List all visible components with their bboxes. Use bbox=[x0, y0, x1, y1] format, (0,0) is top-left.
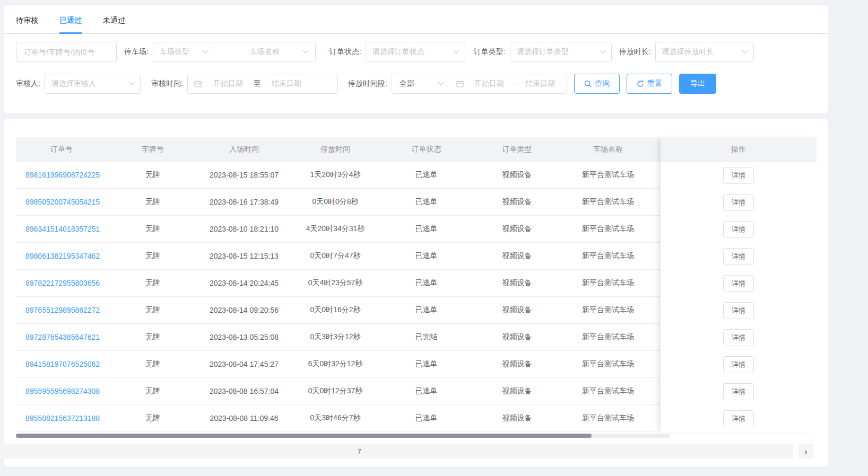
type-cell: 视频设备 bbox=[472, 251, 562, 261]
page-button[interactable]: 7 bbox=[0, 444, 793, 459]
table-row: 898161996908724225 无牌 2023-08-15 18:55:0… bbox=[16, 162, 670, 189]
tab-approved[interactable]: 已通过 bbox=[59, 16, 82, 33]
detail-button[interactable]: 详情 bbox=[723, 329, 754, 346]
order-number-link[interactable]: 898161996908724225 bbox=[16, 171, 107, 179]
order-number-link[interactable]: 897287654385647621 bbox=[16, 333, 107, 341]
order-number-link[interactable]: 894158197076525062 bbox=[16, 360, 107, 368]
entry-time-cell: 2023-08-14 20:24:45 bbox=[198, 279, 290, 287]
col-duration: 停放时间 bbox=[290, 145, 381, 154]
status-cell: 已逃单 bbox=[381, 170, 472, 180]
horizontal-scrollbar-thumb[interactable] bbox=[16, 434, 592, 438]
plate-cell: 无牌 bbox=[107, 278, 198, 288]
type-cell: 视频设备 bbox=[472, 386, 562, 396]
entry-time-cell: 2023-08-10 18:21:10 bbox=[198, 225, 290, 233]
order-number-link[interactable]: 895508215637213188 bbox=[16, 414, 107, 422]
order-number-link[interactable]: 897822172955803656 bbox=[16, 279, 107, 287]
tab-rejected[interactable]: 未通过 bbox=[103, 16, 125, 33]
lot-type-placeholder: 车场类型 bbox=[160, 47, 189, 57]
detail-button[interactable]: 详情 bbox=[723, 221, 754, 238]
duration-cell: 0天3时46分7秒 bbox=[290, 413, 381, 423]
detail-button[interactable]: 详情 bbox=[723, 383, 754, 400]
next-page-button[interactable]: › bbox=[798, 444, 813, 459]
filter-row-1: 停车场: 车场类型 车场名称 订单状态: 请选择订单状态 bbox=[16, 42, 816, 62]
tab-bar: 待审核 已通过 未通过 bbox=[4, 5, 828, 34]
actions-body: 详情 详情 详情 详情 详情 详情 详情 详情 详情 详情 bbox=[661, 162, 817, 432]
entry-time-cell: 2023-08-14 09:20:56 bbox=[198, 306, 290, 314]
reset-button[interactable]: 重置 bbox=[627, 74, 672, 94]
action-row: 详情 bbox=[661, 297, 817, 324]
lot-type-select[interactable]: 车场类型 bbox=[153, 42, 214, 61]
detail-button[interactable]: 详情 bbox=[723, 356, 754, 373]
col-status: 订单状态 bbox=[381, 145, 472, 154]
type-cell: 视频设备 bbox=[472, 278, 562, 288]
query-button[interactable]: 查询 bbox=[574, 74, 620, 94]
table-row: 897287654385647621 无牌 2023-08-13 05:25:0… bbox=[16, 324, 670, 351]
export-button[interactable]: 导出 bbox=[679, 74, 716, 94]
chevron-down-icon bbox=[302, 48, 308, 54]
detail-button[interactable]: 详情 bbox=[723, 410, 754, 427]
order-number-link[interactable]: 895595595698274308 bbox=[16, 387, 107, 395]
order-number-link[interactable]: 898061382195347462 bbox=[16, 252, 107, 260]
status-cell: 已逃单 bbox=[381, 413, 472, 423]
status-cell: 已逃单 bbox=[381, 197, 472, 207]
table-row: 898061382195347462 无牌 2023-08-15 12:15:1… bbox=[16, 243, 670, 270]
action-row: 详情 bbox=[661, 378, 817, 405]
detail-button[interactable]: 详情 bbox=[723, 248, 754, 265]
order-number-link[interactable]: 897655129895862272 bbox=[16, 306, 107, 314]
action-row: 详情 bbox=[661, 162, 817, 189]
lot-name-cell: 新平台测试车场 bbox=[562, 386, 654, 396]
table-row: 894158197076525062 无牌 2023-08-04 17:45:2… bbox=[16, 351, 670, 378]
duration-select[interactable]: 请选择停放时长 bbox=[655, 42, 754, 62]
order-status-select[interactable]: 请选择订单状态 bbox=[366, 42, 465, 62]
filter-row-2: 审核人: 请选择审核人 审核时间: 开始日期 至 结束日期 停放时间段: 全部 bbox=[16, 74, 816, 94]
review-time-label: 审核时间: bbox=[151, 79, 183, 89]
status-cell: 已逃单 bbox=[381, 278, 472, 288]
period-select[interactable]: 全部 bbox=[392, 74, 450, 93]
action-row: 详情 bbox=[661, 324, 817, 351]
lot-name-select[interactable]: 车场名称 bbox=[214, 42, 315, 61]
action-row: 详情 bbox=[661, 216, 817, 243]
refresh-icon bbox=[637, 80, 644, 87]
order-number-link[interactable]: 896341514018357251 bbox=[16, 225, 107, 233]
orders-table: 订单号 车牌号 入场时间 停放时间 订单状态 订单类型 车场名称 8981619… bbox=[16, 137, 816, 438]
keyword-input[interactable] bbox=[16, 42, 117, 62]
col-order-number: 订单号 bbox=[16, 145, 107, 154]
action-row: 详情 bbox=[661, 243, 817, 270]
detail-button[interactable]: 详情 bbox=[723, 275, 754, 292]
lot-name-cell: 新平台测试车场 bbox=[562, 197, 654, 207]
detail-button[interactable]: 详情 bbox=[723, 194, 754, 211]
horizontal-scrollbar-track[interactable] bbox=[16, 434, 670, 438]
plate-cell: 无牌 bbox=[107, 332, 198, 342]
period-separator: - bbox=[510, 80, 519, 88]
status-cell: 已逃单 bbox=[381, 359, 472, 369]
entry-time-cell: 2023-08-15 18:55:07 bbox=[198, 171, 290, 179]
duration-cell: 1天20时3分4秒 bbox=[290, 170, 381, 180]
detail-button[interactable]: 详情 bbox=[723, 302, 754, 319]
table-row: 896341514018357251 无牌 2023-08-10 18:21:1… bbox=[16, 216, 670, 243]
table-row: 895508215637213188 无牌 2023-08-08 11:09:4… bbox=[16, 405, 670, 432]
plate-cell: 无牌 bbox=[107, 305, 198, 315]
review-time-range[interactable]: 开始日期 至 结束日期 bbox=[187, 74, 338, 94]
pagination: 共 65 条 10条/页 ‹ 1 2 3 4 5 6 7 › bbox=[0, 442, 816, 461]
order-number-link[interactable]: 898505200745054215 bbox=[16, 198, 107, 206]
detail-button[interactable]: 详情 bbox=[723, 167, 754, 184]
table-scroll-area: 订单号 车牌号 入场时间 停放时间 订单状态 订单类型 车场名称 8981619… bbox=[16, 137, 670, 432]
duration-cell: 0天0时7分47秒 bbox=[290, 251, 381, 261]
action-row: 详情 bbox=[661, 189, 817, 216]
duration-cell: 4天20时34分31秒 bbox=[290, 224, 381, 234]
reviewer-select[interactable]: 请选择审核人 bbox=[45, 74, 141, 94]
orders-panel: 订单号 车牌号 入场时间 停放时间 订单状态 订单类型 车场名称 8981619… bbox=[4, 119, 828, 466]
order-status-placeholder: 请选择订单状态 bbox=[372, 47, 424, 57]
plate-cell: 无牌 bbox=[107, 170, 198, 180]
reviewer-label: 审核人: bbox=[16, 79, 40, 89]
status-cell: 已逃单 bbox=[381, 305, 472, 315]
order-type-select[interactable]: 请选择订单类型 bbox=[510, 42, 612, 62]
chevron-down-icon bbox=[742, 48, 748, 54]
page: 待审核 已通过 未通过 停车场: 车场类型 车场名称 bbox=[0, 0, 868, 476]
period-date-range[interactable]: 开始日期 - 结束日期 bbox=[451, 79, 567, 89]
duration-cell: 0天0时12分37秒 bbox=[290, 386, 381, 396]
type-cell: 视频设备 bbox=[472, 359, 562, 369]
period-group: 全部 开始日期 - 结束日期 bbox=[392, 74, 568, 94]
duration-cell: 0天0时16分2秒 bbox=[290, 305, 381, 315]
tab-pending[interactable]: 待审核 bbox=[16, 16, 38, 33]
